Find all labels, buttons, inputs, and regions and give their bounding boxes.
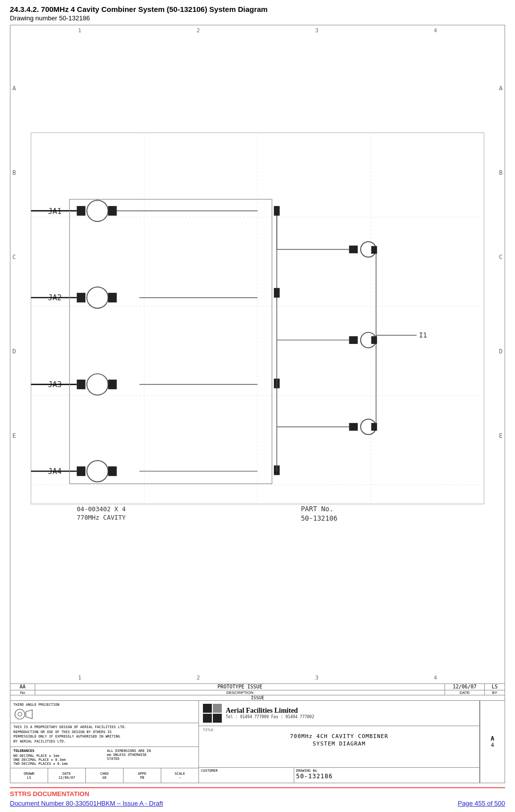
title-value-2: SYSTEM DIAGRAM [203,741,475,747]
drawing-no-cell: DRAWING No 50-132186 [294,768,479,783]
svg-point-19 [87,287,108,308]
svg-rect-24 [349,246,358,254]
col-labels-top: 1 2 3 4 [20,27,495,34]
chkd-label: CHKD [100,772,109,776]
appd-value: PB [140,776,144,780]
drawn-row: DRAWN LS DATE 12/06/07 CHKD GD APPD [10,768,198,783]
col-label-3: 3 [258,27,376,34]
footer-page: Page 455 of 500 [458,800,505,807]
drawing-area: 1 2 3 4 A A B B C C D D E E [10,25,505,783]
svg-rect-51 [349,423,358,431]
svg-rect-20 [108,293,117,302]
issue-desc-header: DESCRIPTION [35,690,445,695]
tolerances-header: TOLERANCES [13,749,102,753]
issue-date-header: DATE [445,690,485,695]
proprietary-line2: REPRODUCTION OR USE OF THIS DESIGN BY OT… [13,730,195,735]
logo-sq-br [213,714,222,723]
issue-by-header: BY [485,690,505,695]
tolerances-area: TOLERANCES NO DECIMAL PLACE ± 1mm ONE DE… [10,747,198,768]
row-label-b-left: B [12,169,16,176]
logo-sq-bl [203,714,212,723]
issue-desc: PROTOTYPE ISSUE [35,684,445,690]
chkd-cell: CHKD GD [86,768,124,783]
svg-rect-32 [108,380,117,389]
issue-by: LS [485,684,505,690]
footer-bottom: Document Number 80-330501HBKM – Issue A … [10,800,505,807]
row-label-a-right: A [499,85,503,92]
title-area: TITLE 700MHz 4CH CAVITY COMBINER SYSTEM … [199,726,479,768]
title-label: TITLE [203,728,475,732]
scale-cell: SCALE – [161,768,198,783]
drawn-value: LS [27,776,31,780]
dimensions-note: ALL DIMENSIONS ARE IN [107,749,196,753]
svg-rect-30 [77,380,85,389]
col-label-bot-2: 2 [139,675,258,681]
customer-label: CUSTOMER [201,769,292,773]
projection-icon [13,708,38,721]
lower-middle: Aerial Facilities Limited Tel : 01494 77… [199,701,480,783]
col-label-bot-1: 1 [20,675,139,681]
projection-area: THIRD ANGLE PROJECTION [10,701,198,723]
appd-label: APPD [138,772,146,776]
row-label-d-left: D [12,348,16,355]
proprietary-line1: THIS IS A PROPRIETARY DESIGN OF AERIAL F… [13,725,195,730]
date-cell: DATE 12/06/07 [48,768,86,783]
svg-point-67 [18,712,22,716]
title-block: AA PROTOTYPE ISSUE 12/06/07 LS No DESCRI… [10,683,505,783]
company-logo-area: Aerial Facilities Limited Tel : 01494 77… [199,701,479,726]
tol-left: TOLERANCES NO DECIMAL PLACE ± 1mm ONE DE… [13,749,102,766]
issue-no: AA [10,684,35,690]
col-label-2: 2 [139,27,258,34]
proprietary-text: THIS IS A PROPRIETARY DESIGN OF AERIAL F… [10,723,198,747]
issue-label: ISSUE [10,695,505,700]
logo-sq-tr [213,704,222,713]
svg-point-66 [15,709,25,719]
issue-num: 4 [491,742,494,748]
row-label-c-right: C [499,254,503,261]
row-label-a-left: A [12,85,16,92]
svg-rect-65 [69,199,272,483]
svg-rect-45 [108,467,117,476]
date-value: 12/06/07 [59,776,75,780]
svg-point-31 [87,374,108,395]
svg-rect-10 [77,206,85,215]
issue-label-row: ISSUE [10,695,505,701]
tol-right: ALL DIMENSIONS ARE IN mm UNLESS OTHERWIS… [107,749,196,766]
issue-rev: A [491,735,494,742]
issue-data-row: AA PROTOTYPE ISSUE 12/06/07 LS [10,684,505,690]
drawn-cell: DRAWN LS [10,768,48,783]
col-label-1: 1 [20,27,139,34]
page-container: 24.3.4.2. 700MHz 4 Cavity Combiner Syste… [0,0,515,812]
date-label: DATE [63,772,71,776]
footer-doc-number: Document Number 80-330501HBKM – Issue A … [10,800,163,807]
issue-date: 12/06/07 [445,684,485,690]
drawing-no-value: 50-132186 [296,773,477,780]
issue-no-header: No [10,690,35,695]
company-name-area: Aerial Facilities Limited Tel : 01494 77… [226,707,314,719]
projection-symbol: THIRD ANGLE PROJECTION [13,703,60,721]
svg-text:770MHz CAVITY: 770MHz CAVITY [77,514,126,521]
logo-sq-tl [203,704,212,713]
svg-text:04-003402 X 4: 04-003402 X 4 [77,505,126,513]
scale-value: – [179,776,181,780]
chkd-value: GD [102,776,106,780]
row-label-b-right: B [499,169,503,176]
drawing-number: Drawing number 50-132186 [10,14,505,22]
page-title: 24.3.4.2. 700MHz 4 Cavity Combiner Syste… [10,5,505,13]
svg-rect-59 [371,336,377,344]
col-labels-bottom: 1 2 3 4 [20,675,495,681]
issue-header-row: No DESCRIPTION DATE BY [10,690,505,695]
svg-rect-43 [77,467,85,476]
col-label-4: 4 [376,27,495,34]
svg-rect-60 [371,423,377,431]
footer-area: STTRS DOCUMENTATION Document Number 80-3… [10,787,505,807]
tol-3: TWO DECIMAL PLACES ± 0.1mm [13,762,102,766]
svg-text:PART No.: PART No. [301,505,333,513]
svg-point-11 [87,200,108,221]
svg-rect-13 [108,206,117,215]
schematic-svg: JA1 JA2 [21,36,494,682]
svg-rect-58 [371,246,377,254]
lower-block: THIRD ANGLE PROJECTION THIS IS A PROPRIE… [10,701,505,783]
tol-2: ONE DECIMAL PLACE ± 0.3mm [13,758,102,762]
customer-cell: CUSTOMER [199,768,294,783]
